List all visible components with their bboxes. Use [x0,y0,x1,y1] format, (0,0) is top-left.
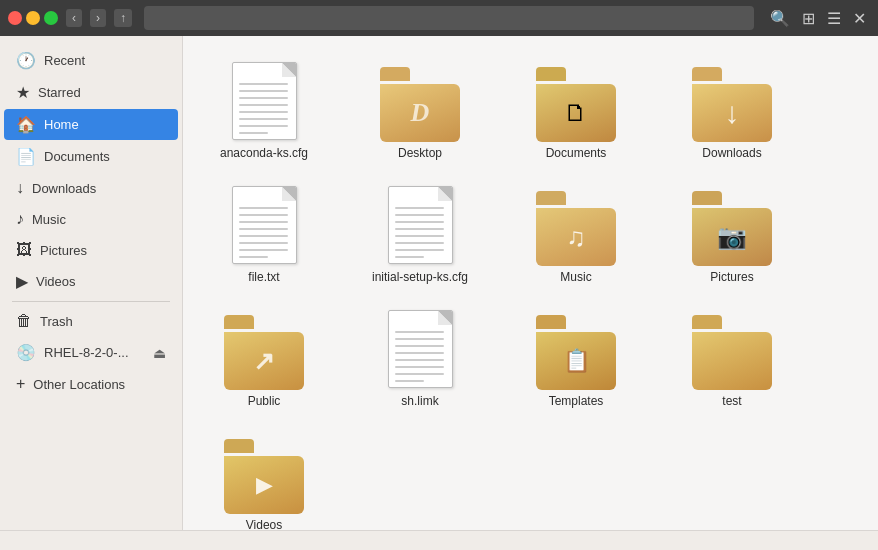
file-label-music: Music [560,270,591,284]
file-icon-initial-setup-ks-cfg [375,184,465,266]
sidebar: 🕐Recent★Starred🏠Home📄Documents↓Downloads… [0,36,183,530]
sidebar-item-pictures[interactable]: 🖼Pictures [4,235,178,265]
file-icon-music: ♫ [531,184,621,266]
other-icon: + [16,375,25,393]
file-icon-pictures: 📷 [687,184,777,266]
home-icon: 🏠 [16,115,36,134]
rhel-icon: 💿 [16,343,36,362]
file-label-public: Public [248,394,281,408]
file-label-templates: Templates [549,394,604,408]
view-toggle-button[interactable]: ⊞ [798,7,819,30]
sidebar-label-music: Music [32,212,166,227]
sidebar-item-rhel[interactable]: 💿RHEL-8-2-0-...⏏ [4,337,178,368]
sidebar-item-other[interactable]: +Other Locations [4,369,178,399]
file-item-downloads[interactable]: ↓Downloads [667,52,797,168]
file-icon-videos: ▶ [219,432,309,514]
sidebar-label-videos: Videos [36,274,166,289]
file-icon-sh-limk [375,308,465,390]
sidebar-item-trash[interactable]: 🗑Trash [4,306,178,336]
file-label-videos: Videos [246,518,282,530]
file-item-pictures[interactable]: 📷Pictures [667,176,797,292]
close-button[interactable] [8,11,22,25]
file-item-public[interactable]: ↗Public [199,300,329,416]
file-item-test[interactable]: test [667,300,797,416]
file-icon-anaconda-ks-cfg [219,60,309,142]
file-item-initial-setup-ks-cfg[interactable]: initial-setup-ks.cfg [355,176,485,292]
file-item-file-txt[interactable]: file.txt [199,176,329,292]
starred-icon: ★ [16,83,30,102]
file-item-desktop[interactable]: DDesktop [355,52,485,168]
file-icon-file-txt [219,184,309,266]
sidebar-item-music[interactable]: ♪Music [4,204,178,234]
file-item-anaconda-ks-cfg[interactable]: anaconda-ks.cfg [199,52,329,168]
file-icon-templates: 📋 [531,308,621,390]
main-content: anaconda-ks.cfgDDesktop🗋Documents↓Downlo… [183,36,878,530]
forward-button[interactable]: › [90,9,106,27]
sidebar-item-downloads[interactable]: ↓Downloads [4,173,178,203]
eject-icon[interactable]: ⏏ [153,345,166,361]
sidebar-label-rhel: RHEL-8-2-0-... [44,345,145,360]
file-item-documents[interactable]: 🗋Documents [511,52,641,168]
sidebar-item-videos[interactable]: ▶Videos [4,266,178,297]
sidebar-label-recent: Recent [44,53,166,68]
file-label-pictures: Pictures [710,270,753,284]
search-button[interactable]: 🔍 [766,7,794,30]
sidebar-item-starred[interactable]: ★Starred [4,77,178,108]
address-bar [144,6,754,30]
files-grid: anaconda-ks.cfgDDesktop🗋Documents↓Downlo… [199,52,862,530]
file-label-sh-limk: sh.limk [401,394,438,408]
menu-button[interactable]: ✕ [849,7,870,30]
sidebar-label-home: Home [44,117,166,132]
file-icon-desktop: D [375,60,465,142]
sidebar-label-downloads: Downloads [32,181,166,196]
trash-icon: 🗑 [16,312,32,330]
sidebar-label-starred: Starred [38,85,166,100]
maximize-button[interactable] [44,11,58,25]
file-label-file-txt: file.txt [248,270,279,284]
music-icon: ♪ [16,210,24,228]
documents-icon: 📄 [16,147,36,166]
file-icon-test [687,308,777,390]
videos-icon: ▶ [16,272,28,291]
minimize-button[interactable] [26,11,40,25]
file-icon-public: ↗ [219,308,309,390]
file-label-anaconda-ks-cfg: anaconda-ks.cfg [220,146,308,160]
content-area: 🕐Recent★Starred🏠Home📄Documents↓Downloads… [0,36,878,530]
back-button[interactable]: ‹ [66,9,82,27]
toolbar-right: 🔍 ⊞ ☰ ✕ [766,7,870,30]
file-label-initial-setup-ks-cfg: initial-setup-ks.cfg [372,270,468,284]
sidebar-item-home[interactable]: 🏠Home [4,109,178,140]
statusbar [0,530,878,550]
file-item-sh-limk[interactable]: sh.limk [355,300,485,416]
file-label-documents: Documents [546,146,607,160]
sort-button[interactable]: ☰ [823,7,845,30]
file-manager-window: ‹ › ↑ 🔍 ⊞ ☰ ✕ 🕐Recent★Starred🏠Home📄Docum… [0,0,878,550]
file-item-templates[interactable]: 📋Templates [511,300,641,416]
titlebar: ‹ › ↑ 🔍 ⊞ ☰ ✕ [0,0,878,36]
file-item-videos[interactable]: ▶Videos [199,424,329,530]
sidebar-item-recent[interactable]: 🕐Recent [4,45,178,76]
pictures-icon: 🖼 [16,241,32,259]
sidebar-label-documents: Documents [44,149,166,164]
recent-icon: 🕐 [16,51,36,70]
downloads-icon: ↓ [16,179,24,197]
sidebar-item-documents[interactable]: 📄Documents [4,141,178,172]
parent-dir-button[interactable]: ↑ [114,9,132,27]
file-item-music[interactable]: ♫Music [511,176,641,292]
sidebar-label-other: Other Locations [33,377,166,392]
file-icon-documents: 🗋 [531,60,621,142]
sidebar-label-pictures: Pictures [40,243,166,258]
file-icon-downloads: ↓ [687,60,777,142]
file-label-desktop: Desktop [398,146,442,160]
file-label-downloads: Downloads [702,146,761,160]
sidebar-label-trash: Trash [40,314,166,329]
file-label-test: test [722,394,741,408]
